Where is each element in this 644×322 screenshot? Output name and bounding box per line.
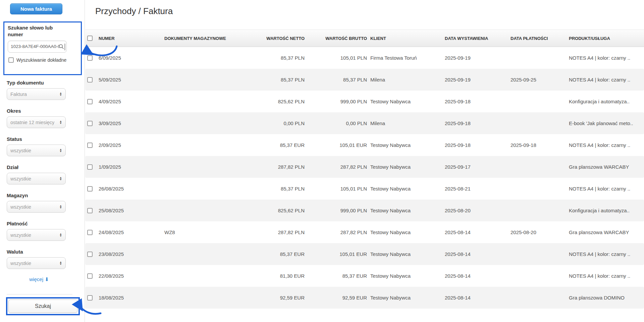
- row-checkbox[interactable]: [87, 121, 93, 126]
- cell-klient: Firma Testowa Toruń: [368, 55, 442, 61]
- row-checkbox[interactable]: [87, 55, 93, 61]
- cell-produkt: NOTES A4 | kolor: czarny ..: [566, 186, 644, 192]
- cell-data-wystawienia: 2025-09-19: [442, 77, 508, 83]
- col-header-brutto: WARTOŚĆ BRUTTO: [305, 36, 368, 41]
- table-row[interactable]: 22/08/2025 81,30 EUR 85,37 EUR Testowy N…: [85, 265, 644, 287]
- filter-label: Magazyn: [7, 193, 85, 198]
- select-arrows-icon: ▲▼: [59, 149, 62, 153]
- filter-select[interactable]: wszystkie ▲▼: [7, 229, 66, 241]
- main-content: Przychody / Faktura NUMER DOKUMENTY MAGA…: [85, 0, 644, 322]
- row-checkbox[interactable]: [87, 273, 93, 279]
- cell-numer: 2/09/2025: [99, 142, 164, 148]
- cell-klient: Testowy Nabywca: [368, 229, 442, 235]
- table-row[interactable]: 23/08/2025 85,37 EUR 105,01 EUR Testowy …: [85, 243, 644, 265]
- cell-netto: 825,62 PLN: [248, 208, 305, 213]
- cell-data-wystawienia: 2025-09-17: [442, 164, 508, 170]
- row-checkbox[interactable]: [87, 295, 93, 301]
- cell-klient: Testowy Nabywca: [368, 186, 442, 192]
- cell-klient: Testowy Nabywca: [368, 295, 442, 301]
- table-row[interactable]: 1/09/2025 287,82 PLN 287,82 PLN Testowy …: [85, 156, 644, 178]
- cell-brutto: 105,01 PLN: [305, 186, 368, 192]
- cell-numer: 18/08/2025: [99, 295, 164, 301]
- cell-numer: 23/08/2025: [99, 251, 164, 257]
- filter-select[interactable]: ostatnie 12 miesięcy ▲▼: [7, 116, 66, 128]
- more-filters-link[interactable]: więcej ⬇: [0, 276, 78, 282]
- cell-numer: 24/08/2025: [99, 229, 164, 235]
- cell-brutto: 0,00 PLN: [305, 120, 368, 126]
- row-checkbox[interactable]: [87, 77, 93, 83]
- cell-data-wystawienia: 2025-08-20: [442, 208, 508, 213]
- filter-group: Typ dokumentu Faktura ▲▼: [0, 78, 85, 106]
- filter-select-value: wszystkie: [10, 232, 31, 238]
- search-submit-button[interactable]: Szukaj: [8, 300, 77, 313]
- select-arrows-icon: ▲▼: [59, 92, 62, 96]
- select-arrows-icon: ▲▼: [59, 233, 62, 237]
- row-checkbox[interactable]: [87, 230, 93, 235]
- cell-produkt: Gra planszowa WARCABY: [566, 164, 644, 170]
- table-row[interactable]: 24/08/2025 WZ8 287,82 PLN 287,82 PLN Tes…: [85, 221, 644, 243]
- cell-produkt: E-book 'Jak planować meto..: [566, 120, 644, 126]
- filter-select-value: wszystkie: [10, 148, 31, 153]
- text-caret: [65, 44, 65, 50]
- filter-select-value: wszystkie: [10, 204, 31, 210]
- cell-klient: Milena: [368, 77, 442, 83]
- col-header-produkt: PRODUKT/USŁUGA: [566, 36, 644, 41]
- cell-produkt: NOTES A4 | kolor: czarny ..: [566, 251, 644, 257]
- search-input-value: 1023-8A7E4F-000AA0-0: [11, 44, 60, 49]
- filter-label: Dział: [7, 164, 85, 170]
- filter-group: Waluta wszystkie ▲▼: [0, 247, 85, 275]
- filter-select-value: Faktura: [10, 92, 27, 97]
- cell-numer: 1/09/2025: [99, 164, 164, 170]
- select-arrows-icon: ▲▼: [59, 120, 62, 124]
- search-panel-highlight: Szukane słowo lub numer 1023-8A7E4F-000A…: [3, 21, 82, 75]
- select-arrows-icon: ▲▼: [59, 261, 62, 265]
- col-header-klient: KLIENT: [368, 36, 442, 41]
- filter-select[interactable]: wszystkie ▲▼: [7, 173, 66, 184]
- row-checkbox[interactable]: [87, 208, 93, 213]
- filter-group: Okres ostatnie 12 miesięcy ▲▼: [0, 106, 85, 134]
- row-checkbox[interactable]: [87, 252, 93, 257]
- row-checkbox[interactable]: [87, 99, 93, 104]
- col-header-data-wystawienia: DATA WYSTAWIENIA: [442, 36, 508, 41]
- cell-brutto: 999,00 PLN: [305, 99, 368, 104]
- filter-group: Status wszystkie ▲▼: [0, 134, 85, 162]
- select-arrows-icon: ▲▼: [59, 205, 62, 209]
- cell-netto: 92,59 EUR: [248, 295, 305, 301]
- filter-label: Okres: [7, 108, 85, 114]
- cell-numer: 26/08/2025: [99, 186, 164, 192]
- filter-select[interactable]: wszystkie ▲▼: [7, 145, 66, 156]
- cell-produkt: NOTES A4 | kolor: czarny ..: [566, 55, 644, 61]
- filter-select[interactable]: wszystkie ▲▼: [7, 257, 66, 269]
- cell-netto: 825,62 PLN: [248, 99, 305, 104]
- table-row[interactable]: 4/09/2025 825,62 PLN 999,00 PLN Testowy …: [85, 91, 644, 112]
- table-row[interactable]: 3/09/2025 0,00 PLN 0,00 PLN Milena 2025-…: [85, 112, 644, 134]
- exact-search-checkbox[interactable]: [8, 57, 14, 63]
- cell-numer: 22/08/2025: [99, 273, 164, 279]
- cell-produkt: Gra planszowa WARCABY: [566, 229, 644, 235]
- search-input[interactable]: 1023-8A7E4F-000AA0-0: [8, 41, 67, 53]
- cell-netto: 85,37 EUR: [248, 142, 305, 148]
- table-row[interactable]: 2/09/2025 85,37 EUR 105,01 EUR Testowy N…: [85, 134, 644, 156]
- select-all-checkbox[interactable]: [87, 36, 93, 41]
- search-icon: [59, 44, 64, 49]
- row-checkbox[interactable]: [87, 164, 93, 170]
- table-row[interactable]: 5/09/2025 85,37 PLN 85,37 PLN Milena 202…: [85, 69, 644, 91]
- cell-produkt: Konfiguracja i automatyza..: [566, 208, 644, 213]
- sidebar-divider: [7, 294, 72, 294]
- cell-data-wystawienia: 2025-08-14: [442, 229, 508, 235]
- table-row[interactable]: 18/08/2025 92,59 EUR 92,59 EUR Testowy N…: [85, 287, 644, 309]
- table-row[interactable]: 25/08/2025 825,62 PLN 999,00 PLN Testowy…: [85, 200, 644, 221]
- row-checkbox[interactable]: [87, 143, 93, 148]
- cell-dokumenty: WZ8: [164, 229, 248, 235]
- more-down-arrow-icon: ⬇: [45, 276, 49, 282]
- invoice-table: NUMER DOKUMENTY MAGAZYNOWE WARTOŚĆ NETTO…: [85, 30, 644, 309]
- table-row[interactable]: 6/09/2025 85,37 PLN 105,01 PLN Firma Tes…: [85, 47, 644, 69]
- filter-select[interactable]: Faktura ▲▼: [7, 88, 66, 100]
- filter-group: Dział wszystkie ▲▼: [0, 162, 85, 191]
- select-arrows-icon: ▲▼: [59, 177, 62, 181]
- search-button-highlight: Szukaj: [6, 297, 80, 315]
- filter-select[interactable]: wszystkie ▲▼: [7, 201, 66, 213]
- row-checkbox[interactable]: [87, 186, 93, 192]
- new-invoice-button[interactable]: Nowa faktura: [10, 3, 62, 14]
- table-row[interactable]: 26/08/2025 85,37 PLN 105,01 PLN Testowy …: [85, 178, 644, 200]
